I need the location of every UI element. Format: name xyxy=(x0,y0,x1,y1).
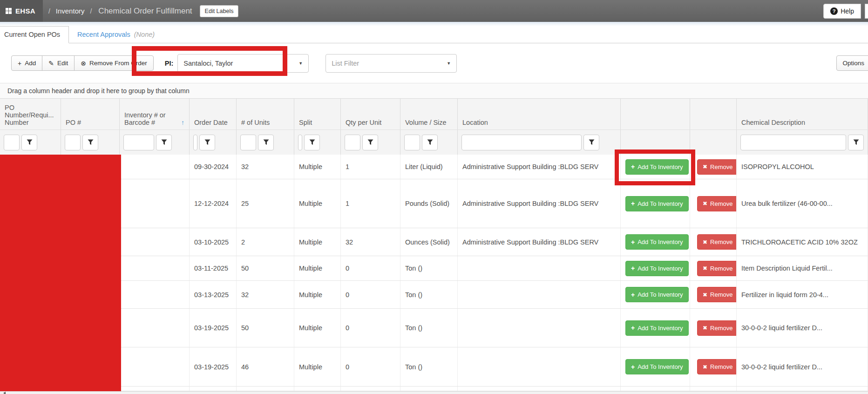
breadcrumb-inventory[interactable]: Inventory xyxy=(56,7,85,15)
edit-button-label: Edit xyxy=(57,60,68,67)
help-label: Help xyxy=(841,7,854,15)
filter-input-split[interactable] xyxy=(298,135,302,150)
cell-volume-size: Ton () xyxy=(400,309,458,347)
funnel-icon[interactable] xyxy=(583,135,599,150)
cell-units: 2 xyxy=(237,228,294,256)
x-icon: ✖ xyxy=(703,364,707,370)
add-to-inventory-button[interactable]: +Add To Inventory xyxy=(625,359,689,374)
remove-label: Remove xyxy=(710,265,732,272)
cell-units: 50 xyxy=(237,256,294,280)
cell-volume-size: Ton () xyxy=(400,256,458,280)
cell-split: Multiple xyxy=(294,256,341,280)
remove-button[interactable]: ✖Remove xyxy=(697,261,737,276)
remove-button[interactable]: ✖Remove xyxy=(697,359,737,374)
cell-qty-per-unit: 0 xyxy=(341,347,400,386)
x-icon: ✖ xyxy=(703,164,707,170)
cell-location xyxy=(458,347,621,386)
filter-input-units[interactable] xyxy=(240,135,256,150)
plus-icon: + xyxy=(631,364,635,370)
cell-qty-per-unit: 1 xyxy=(341,155,400,179)
funnel-icon[interactable] xyxy=(199,135,215,150)
horizontal-scrollbar[interactable] xyxy=(0,391,868,394)
scroll-left-arrow-icon[interactable] xyxy=(3,392,6,394)
remove-button[interactable]: ✖Remove xyxy=(697,320,737,336)
remove-button[interactable]: ✖Remove xyxy=(697,159,737,175)
add-to-inventory-label: Add To Inventory xyxy=(637,265,683,272)
column-header-order-date[interactable]: Order Date xyxy=(190,99,237,129)
column-header-split[interactable]: Split xyxy=(294,99,341,129)
tab-recent-approvals-count: (None) xyxy=(134,31,155,38)
add-to-inventory-button[interactable]: +Add To Inventory xyxy=(625,196,689,211)
column-header-chemical-description[interactable]: Chemical Description xyxy=(737,99,868,129)
options-button[interactable]: Options ▼ xyxy=(836,55,868,71)
filter-input-chemical-description[interactable] xyxy=(740,135,846,150)
column-header-po[interactable]: PO # xyxy=(61,99,120,129)
cell-location xyxy=(458,281,621,308)
tab-recent-approvals[interactable]: Recent Approvals (None) xyxy=(69,27,163,43)
remove-label: Remove xyxy=(710,238,732,245)
add-to-inventory-label: Add To Inventory xyxy=(637,238,683,245)
help-button[interactable]: ? Help xyxy=(823,4,861,19)
redaction-overlay xyxy=(0,155,121,391)
cell-order-date: 03-13-2025 xyxy=(190,281,237,308)
add-to-inventory-button[interactable]: +Add To Inventory xyxy=(625,261,689,276)
column-header-units[interactable]: # of Units xyxy=(237,99,294,129)
filter-input-order-date[interactable] xyxy=(193,135,197,150)
add-to-inventory-button[interactable]: +Add To Inventory xyxy=(625,320,689,336)
cell-order-date: 03-19-2025 xyxy=(190,347,237,386)
cell-volume-size: Liter (Liquid) xyxy=(400,155,458,179)
edit-labels-button[interactable]: Edit Labels xyxy=(200,5,239,17)
add-button[interactable]: + Add xyxy=(11,55,42,71)
funnel-icon[interactable] xyxy=(258,135,274,150)
column-header-inventory-barcode[interactable]: Inventory # or Barcode # ↑ xyxy=(120,99,190,129)
column-header-qty-per-unit[interactable]: Qty per Unit xyxy=(341,99,400,129)
plus-icon: + xyxy=(631,292,635,298)
remove-from-order-button[interactable]: ⊗ Remove From Order xyxy=(74,55,154,71)
cell-volume-size: Pounds (Solid) xyxy=(400,179,458,228)
column-header-location[interactable]: Location xyxy=(458,99,621,129)
remove-label: Remove xyxy=(710,325,732,332)
column-header-inventory-label: Inventory # or Barcode # xyxy=(124,111,178,126)
list-filter-placeholder: List Filter xyxy=(332,60,359,67)
pi-dropdown[interactable]: Santaloci, Taylor ▼ xyxy=(177,54,309,73)
column-header-po-requisition[interactable]: PO Number/Requi... Number xyxy=(0,99,61,129)
funnel-icon[interactable] xyxy=(362,135,378,150)
app-logo[interactable]: EHSA xyxy=(0,0,43,22)
remove-button[interactable]: ✖Remove xyxy=(697,196,737,211)
funnel-icon[interactable] xyxy=(156,135,172,150)
add-to-inventory-button[interactable]: +Add To Inventory xyxy=(625,287,689,302)
add-button-label: Add xyxy=(25,60,36,67)
group-by-drop-zone[interactable]: Drag a column header and drop it here to… xyxy=(0,83,868,99)
filter-input-location[interactable] xyxy=(461,135,582,150)
column-header-volume-size[interactable]: Volume / Size xyxy=(400,99,458,129)
funnel-icon[interactable] xyxy=(848,135,864,150)
filter-input-qty-per-unit[interactable] xyxy=(345,135,360,150)
toolbar-button-group: + Add ✎ Edit ⊗ Remove From Order xyxy=(11,55,154,71)
cell-chemical-description: Item Description Liquid Fertil... xyxy=(737,256,868,280)
remove-button[interactable]: ✖Remove xyxy=(697,234,737,250)
table-row: 12-12-2024 25 Multiple 1 Pounds (Solid) … xyxy=(0,179,868,228)
filter-input-po-requisition[interactable] xyxy=(4,135,20,150)
filter-input-volume-size[interactable] xyxy=(404,135,420,150)
filter-input-inventory-barcode[interactable] xyxy=(123,135,154,150)
cell-location xyxy=(458,256,621,280)
edit-button[interactable]: ✎ Edit xyxy=(42,55,75,71)
add-to-inventory-button[interactable]: +Add To Inventory xyxy=(625,234,689,250)
caret-down-icon: ▼ xyxy=(447,61,451,66)
filter-input-po[interactable] xyxy=(65,135,81,150)
list-filter-dropdown[interactable]: List Filter ▼ xyxy=(326,54,457,73)
app-window: EHSA / Inventory / Chemical Order Fulfil… xyxy=(0,0,868,394)
funnel-icon[interactable] xyxy=(304,135,320,150)
cell-split: Multiple xyxy=(294,347,341,386)
funnel-icon[interactable] xyxy=(82,135,98,150)
tab-current-open-pos[interactable]: Current Open POs xyxy=(0,26,69,43)
cut-off-button[interactable] xyxy=(865,4,868,19)
remove-button[interactable]: ✖Remove xyxy=(697,287,737,302)
cell-qty-per-unit: 0 xyxy=(341,256,400,280)
funnel-icon[interactable] xyxy=(422,135,438,150)
add-to-inventory-button[interactable]: +Add To Inventory xyxy=(625,159,689,175)
funnel-icon[interactable] xyxy=(21,135,37,150)
table-row: 03-19-2025 46 Multiple 0 Ton () +Add To … xyxy=(0,347,868,387)
tab-strip: Current Open POs Recent Approvals (None) xyxy=(0,22,868,43)
remove-label: Remove xyxy=(710,291,732,298)
